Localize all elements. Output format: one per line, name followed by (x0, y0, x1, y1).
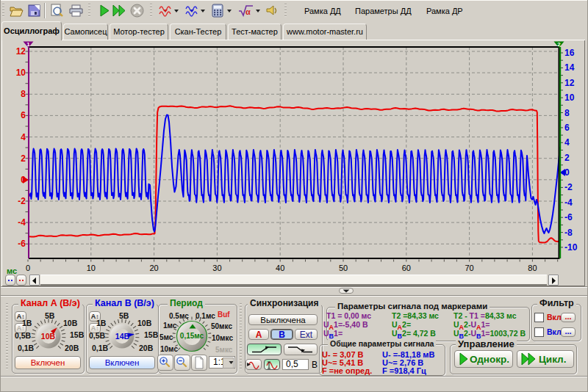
svg-text:10: 10 (564, 92, 575, 103)
svg-text:12: 12 (16, 46, 26, 57)
svg-text:40: 40 (276, 264, 284, 272)
svg-text:6: 6 (21, 110, 26, 120)
svg-text:6: 6 (564, 123, 570, 133)
svg-text:10: 10 (87, 264, 96, 272)
svg-text:2: 2 (564, 153, 570, 163)
svg-text:30: 30 (212, 264, 221, 272)
svg-text:2: 2 (21, 153, 26, 164)
svg-text:8: 8 (564, 108, 570, 118)
svg-text:-4: -4 (564, 197, 573, 208)
svg-text:-10: -10 (564, 242, 578, 253)
svg-text:4: 4 (564, 137, 570, 148)
svg-text:-2: -2 (564, 182, 573, 192)
svg-text:50: 50 (339, 264, 348, 272)
svg-text:8: 8 (21, 89, 26, 99)
svg-text:20: 20 (149, 264, 158, 272)
svg-text:-6: -6 (564, 212, 573, 222)
svg-text:2: 2 (557, 41, 561, 48)
svg-text:-6: -6 (18, 239, 26, 249)
svg-text:0: 0 (26, 264, 30, 272)
svg-text:-4: -4 (18, 217, 26, 228)
svg-text:-8: -8 (564, 228, 573, 238)
svg-text:0: 0 (564, 167, 570, 178)
svg-text:1: 1 (26, 41, 30, 48)
svg-text:14: 14 (564, 62, 575, 73)
svg-text:4: 4 (21, 132, 26, 142)
svg-text:α: α (245, 7, 251, 16)
svg-text:Цикл.: Цикл. (539, 354, 566, 365)
svg-text:-2: -2 (18, 196, 26, 206)
svg-text:80: 80 (528, 264, 537, 272)
svg-text:10: 10 (16, 68, 26, 78)
svg-text:Однокр.: Однокр. (470, 354, 509, 365)
svg-text:12: 12 (564, 78, 575, 88)
svg-text:60: 60 (402, 264, 411, 272)
svg-text:70: 70 (465, 264, 473, 272)
svg-text:16: 16 (564, 48, 575, 58)
